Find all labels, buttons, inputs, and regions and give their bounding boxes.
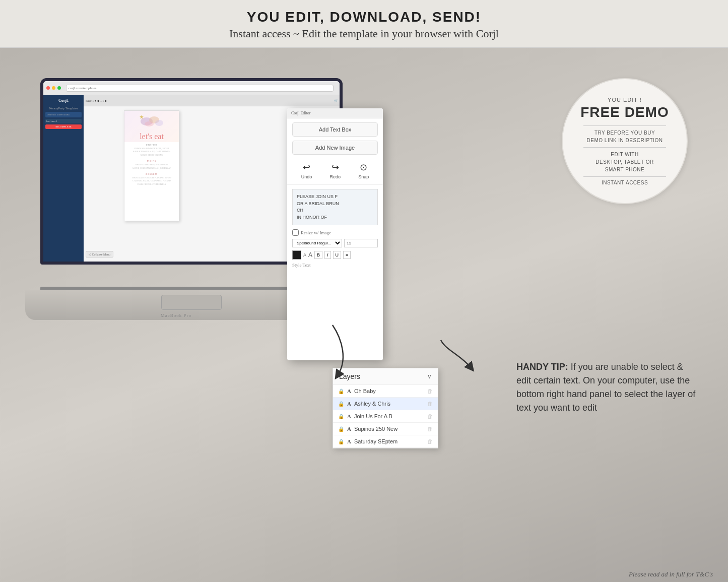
layer-delete-3[interactable]: 🗑 <box>427 426 433 432</box>
layer-delete-1[interactable]: 🗑 <box>427 401 433 407</box>
layer-name-0: Oh Baby <box>354 388 424 394</box>
banner-subtitle: Instant access ~ Edit the template in yo… <box>0 27 728 40</box>
demo-instant-text: INSTANT ACCESS <box>602 180 648 185</box>
address-text: corjl.com/templates <box>69 86 96 90</box>
layers-header: Layers ∨ <box>333 368 438 385</box>
svg-point-2 <box>155 120 163 126</box>
resize-image-row: Resize w/ Image <box>292 229 378 236</box>
toolbar-order: 🛒 <box>334 99 338 102</box>
handy-tip-section: HANDY TIP: If you are unable to select &… <box>516 360 698 415</box>
style-text-label: Style Text <box>292 263 378 268</box>
card-header: let's eat <box>124 111 179 142</box>
layer-name-4: Saturday SEptem <box>354 438 424 444</box>
color-swatch[interactable] <box>292 250 301 260</box>
item-row: lard item 1 <box>45 119 82 123</box>
layer-item-0[interactable]: 🔒 A Oh Baby 🗑 <box>333 385 438 398</box>
collapse-menu-btn[interactable]: ◁ Collapse Menu <box>86 251 113 257</box>
layer-delete-2[interactable]: 🗑 <box>427 413 433 419</box>
resize-label: Resize w/ Image <box>301 230 331 235</box>
free-demo-badge: YOU EDIT ! FREE DEMO TRY BEFORE YOU BUYD… <box>562 78 688 204</box>
layer-name-3: Supinos 250 New <box>354 426 424 432</box>
layer-item-3[interactable]: 🔒 A Supinos 250 New 🗑 <box>333 423 438 435</box>
font-size-input[interactable] <box>344 239 378 247</box>
address-bar: corjl.com/templates <box>66 85 334 92</box>
demo-you-edit-label: YOU EDIT ! <box>608 97 642 103</box>
flower-decoration <box>137 114 167 129</box>
bold-btn[interactable]: B <box>314 251 322 259</box>
undo-label: Undo <box>301 174 312 179</box>
browser-chrome: corjl.com/templates <box>43 81 340 95</box>
panel-content: PLEASE JOIN US FOR A BRIDAL BRUNCHIN HON… <box>287 185 383 272</box>
svg-point-3 <box>145 121 154 126</box>
layers-title: Layers <box>339 372 360 380</box>
top-banner: YOU EDIT, DOWNLOAD, SEND! Instant access… <box>0 0 728 48</box>
layer-lock-1: 🔒 <box>338 401 344 407</box>
panel-header: Corjl Editor <box>287 108 383 118</box>
undo-icon: ↩ <box>303 162 310 173</box>
main-content: corjl.com/templates Corjl. NoorayParty T… <box>0 48 728 582</box>
disclaimer-text: Please read ad in full for T&C's <box>629 570 713 578</box>
layers-panel: Layers ∨ 🔒 A Oh Baby 🗑 🔒 A Ashley & Chri… <box>333 368 438 448</box>
corjl-logo: Corjl. <box>45 98 82 103</box>
item-name: lard item 1 <box>46 120 81 122</box>
layer-item-2[interactable]: 🔒 A Join Us For A B 🗑 <box>333 410 438 423</box>
menu-card-preview: let's eat entree CRISPY SEARED DUCK ROLL… <box>124 110 179 221</box>
demo-divider-2 <box>583 147 667 148</box>
demo-free-demo-label: FREE DEMO <box>580 105 669 120</box>
layer-name-1: Ashley & Chris <box>354 401 424 407</box>
layers-chevron-icon[interactable]: ∨ <box>427 373 432 380</box>
underline-btn[interactable]: U <box>333 251 342 259</box>
snap-tool[interactable]: ⊙ Snap <box>358 162 369 179</box>
text-content-box: PLEASE JOIN US FOR A BRIDAL BRUNCHIN HON… <box>292 189 378 225</box>
layer-item-1[interactable]: 🔒 A Ashley & Chris 🗑 <box>333 398 438 410</box>
handy-tip-label: HANDY TIP: <box>516 362 568 372</box>
align-btn[interactable]: ≡ <box>343 251 351 259</box>
add-new-image-btn[interactable]: Add New Image <box>292 141 378 155</box>
redo-tool[interactable]: ↪ Redo <box>329 162 341 179</box>
layer-type-1: A <box>347 401 351 407</box>
font-settings-row: Spelbound Regul... <box>292 239 378 247</box>
card-mains-text: BRAISED BEEF SHIN, WILD ONIONSAUCE, COLC… <box>124 162 179 171</box>
layer-lock-2: 🔒 <box>338 414 344 419</box>
demo-divider-1 <box>583 125 667 126</box>
browser-maximize-btn <box>57 86 61 90</box>
status-incomplete: INCOMPLETE <box>45 124 82 129</box>
italic-btn[interactable]: I <box>324 251 331 259</box>
snap-label: Snap <box>358 174 369 179</box>
editor-toolbar: Page 1 ▾ ◀ 1/1 ▶ 🛒 <box>84 95 340 106</box>
editor-sidebar: Corjl. NoorayParty Templates Order Id: 1… <box>43 95 84 262</box>
order-id: Order Id: 1509758194 <box>45 112 82 117</box>
card-entree-text: CRISPY SEARED DUCK ROLL, SWEET& SOUR PON… <box>124 146 179 158</box>
font-select[interactable]: Spelbound Regul... <box>292 239 342 247</box>
layer-item-4[interactable]: 🔒 A Saturday SEptem 🗑 <box>333 435 438 448</box>
demo-divider-3 <box>583 176 667 177</box>
layer-delete-4[interactable]: 🗑 <box>427 438 433 444</box>
mobile-editor-panel: Corjl Editor Add Text Box Add New Image … <box>287 108 383 360</box>
layer-type-4: A <box>347 438 351 444</box>
layer-type-0: A <box>347 388 351 394</box>
browser-minimize-btn <box>52 86 55 90</box>
layer-delete-0[interactable]: 🗑 <box>427 388 433 394</box>
toolbar-text: Page 1 ▾ ◀ 1/1 ▶ <box>86 99 107 102</box>
browser-close-btn <box>46 86 50 90</box>
font-size-label: A <box>303 252 306 257</box>
layer-type-3: A <box>347 426 351 432</box>
laptop-brand-label: MacBook Pro <box>161 313 191 318</box>
color-font-row: A A B I U ≡ <box>292 250 378 260</box>
demo-try-before-text: TRY BEFORE YOU BUYDEMO LINK IN DESCRIPTI… <box>587 129 663 144</box>
demo-edit-with-text: EDIT WITHDESKTOP, TABLET ORSMART PHONE <box>595 151 653 173</box>
add-text-box-btn[interactable]: Add Text Box <box>292 122 378 137</box>
redo-label: Redo <box>329 174 341 179</box>
tools-row: ↩ Undo ↪ Redo ⊙ Snap <box>287 157 383 185</box>
layer-type-2: A <box>347 413 351 419</box>
order-label: Order Id: 1509758194 <box>47 113 80 116</box>
layer-lock-0: 🔒 <box>338 389 344 394</box>
sidebar-menu: NoorayParty Templates <box>45 107 82 110</box>
card-dessert-text: CHOCOLATE FONDANT PUDDING, SWEETCARAMEL … <box>124 175 179 187</box>
snap-icon: ⊙ <box>360 162 367 173</box>
resize-checkbox[interactable] <box>292 229 299 236</box>
panel-header-text: Corjl Editor <box>291 111 310 115</box>
undo-tool[interactable]: ↩ Undo <box>301 162 312 179</box>
font-size-large-label: A <box>308 251 312 258</box>
layer-lock-3: 🔒 <box>338 426 344 432</box>
